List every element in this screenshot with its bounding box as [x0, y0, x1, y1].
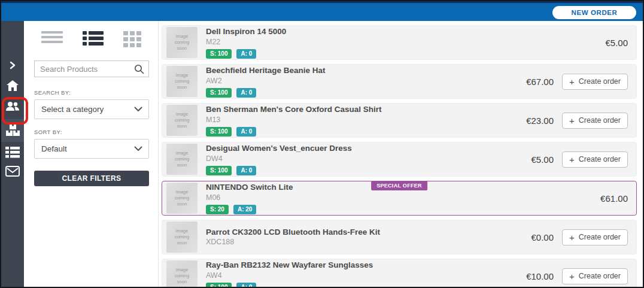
product-row: image coming soon Parrot CK3200 LCD Blue…: [162, 220, 637, 254]
sidebar-item-products[interactable]: [1, 119, 24, 142]
sidebar-item-messages[interactable]: [1, 162, 24, 180]
create-order-label: Create order: [579, 77, 621, 86]
product-info: Ben Sherman Men's Core Oxford Casual Shi…: [206, 104, 382, 136]
product-row: image coming soon Ben Sherman Men's Core…: [162, 103, 637, 138]
list-view-icon: [83, 31, 104, 46]
product-badges: S: 100 A: 0: [206, 49, 286, 59]
placeholder-text: image coming soon: [172, 150, 192, 168]
category-select[interactable]: Select a category: [34, 99, 149, 119]
product-info: Beechfield Heritage Beanie Hat AW2 S: 10…: [206, 65, 326, 97]
product-price: €5.00: [605, 38, 628, 48]
clear-filters-button[interactable]: CLEAR FILTERS: [34, 171, 149, 186]
allocated-badge: A: 0: [236, 88, 256, 98]
product-price: €0.00: [531, 232, 554, 242]
grid-view-icon: [123, 31, 141, 47]
product-sku: DW4: [206, 154, 352, 164]
allocated-badge: A: 0: [236, 127, 256, 137]
stock-badge: S: 20: [206, 205, 229, 214]
product-sku: M06: [206, 193, 293, 203]
product-actions: €5.00 + Create order: [531, 151, 628, 168]
sort-select-value: Default: [41, 144, 67, 153]
sort-select[interactable]: Default: [34, 139, 149, 159]
product-price: €5.00: [531, 154, 554, 165]
product-name: Ben Sherman Men's Core Oxford Casual Shi…: [206, 104, 382, 115]
stock-badge: S: 100: [206, 49, 232, 59]
view-mode-toggles: [34, 31, 148, 47]
product-name: Beechfield Heritage Beanie Hat: [206, 65, 326, 76]
view-compact-button[interactable]: [41, 31, 63, 47]
boxes-icon: [6, 124, 20, 137]
search-box: [34, 60, 149, 77]
mail-icon: [5, 166, 20, 177]
stock-badge: S: 100: [206, 88, 232, 98]
category-select-value: Select a category: [41, 105, 104, 114]
allocated-badge: A: 20: [233, 205, 256, 214]
product-image-placeholder: image coming soon: [166, 144, 198, 175]
plus-icon: +: [569, 77, 575, 86]
sidebar-item-orders[interactable]: [1, 143, 24, 161]
product-price: €67.00: [526, 77, 554, 87]
product-actions: €61.00: [600, 193, 628, 204]
placeholder-text: image coming soon: [172, 111, 192, 129]
placeholder-text: image coming soon: [172, 267, 192, 285]
product-sku: XDC188: [206, 237, 380, 247]
product-price: €10.00: [526, 271, 554, 281]
create-order-button[interactable]: + Create order: [562, 229, 628, 245]
product-list: image coming soon Dell Inspiron 14 5000 …: [159, 21, 643, 287]
create-order-button[interactable]: + Create order: [562, 74, 628, 90]
product-name: Ray-Ban RB2132 New Wayfarer Sunglasses: [206, 260, 373, 271]
sidebar-item-home[interactable]: [1, 77, 24, 95]
view-grid-button[interactable]: [123, 31, 141, 47]
product-badges: S: 20 A: 20: [206, 205, 293, 214]
sidebar-expand-button[interactable]: [1, 56, 24, 74]
product-row: SPECIAL OFFER image coming soon NINTENDO…: [162, 181, 637, 216]
hamburger-icon: [41, 31, 63, 43]
product-image-placeholder: image coming soon: [166, 222, 198, 253]
create-order-button[interactable]: + Create order: [562, 268, 628, 284]
product-actions: €23.00 + Create order: [526, 113, 628, 129]
product-row: image coming soon Dell Inspiron 14 5000 …: [162, 25, 637, 60]
product-info: Desigual Women's Vest_encuer Dress DW4 S…: [206, 143, 352, 175]
product-price: €23.00: [526, 116, 554, 126]
product-image-placeholder: image coming soon: [166, 66, 198, 97]
sidebar: ⚙: [1, 21, 24, 287]
new-order-button[interactable]: NEW ORDER: [552, 6, 636, 19]
search-by-label: SEARCH BY:: [34, 89, 148, 96]
product-actions: €5.00: [605, 38, 628, 48]
product-badges: S: 100 A: 0: [206, 127, 382, 137]
search-products-input[interactable]: [35, 61, 148, 77]
product-name: Parrot CK3200 LCD Bluetooth Hands-Free K…: [206, 227, 380, 238]
product-badges: S: 100 A: 0: [206, 283, 373, 287]
sidebar-item-customers[interactable]: [1, 98, 24, 116]
allocated-badge: A: 0: [236, 166, 256, 175]
plus-icon: +: [569, 116, 575, 125]
chevron-down-icon: [134, 105, 142, 114]
product-info: Dell Inspiron 14 5000 M22 S: 100 A: 0: [206, 26, 286, 58]
product-name: NINTENDO Switch Lite: [206, 182, 293, 193]
sort-by-label: SORT BY:: [34, 129, 148, 135]
search-icon: [134, 64, 144, 77]
placeholder-text: image coming soon: [172, 228, 192, 246]
product-name: Dell Inspiron 14 5000: [206, 26, 286, 37]
product-image-placeholder: image coming soon: [166, 260, 198, 287]
sidebar-item-settings[interactable]: ⚙: [1, 284, 24, 288]
create-order-label: Create order: [579, 272, 621, 280]
plus-icon: +: [569, 272, 575, 281]
product-row: image coming soon Desigual Women's Vest_…: [162, 142, 637, 177]
product-row: image coming soon Ray-Ban RB2132 New Way…: [162, 259, 637, 287]
chevron-right-icon: [9, 61, 16, 69]
users-icon: [5, 101, 20, 112]
product-info: Parrot CK3200 LCD Bluetooth Hands-Free K…: [206, 227, 380, 247]
allocated-badge: A: 0: [236, 283, 256, 287]
create-order-button[interactable]: + Create order: [562, 151, 628, 168]
product-badges: S: 100 A: 0: [206, 166, 352, 175]
create-order-button[interactable]: + Create order: [562, 113, 628, 129]
product-row: image coming soon Beechfield Heritage Be…: [162, 64, 637, 99]
plus-icon: +: [569, 233, 575, 242]
placeholder-text: image coming soon: [172, 189, 192, 207]
product-badges: S: 100 A: 0: [206, 88, 326, 98]
product-sku: AW2: [206, 76, 326, 86]
view-list-button[interactable]: [83, 31, 104, 47]
placeholder-text: image coming soon: [172, 72, 192, 90]
app-window: NEW ORDER: [0, 0, 644, 288]
